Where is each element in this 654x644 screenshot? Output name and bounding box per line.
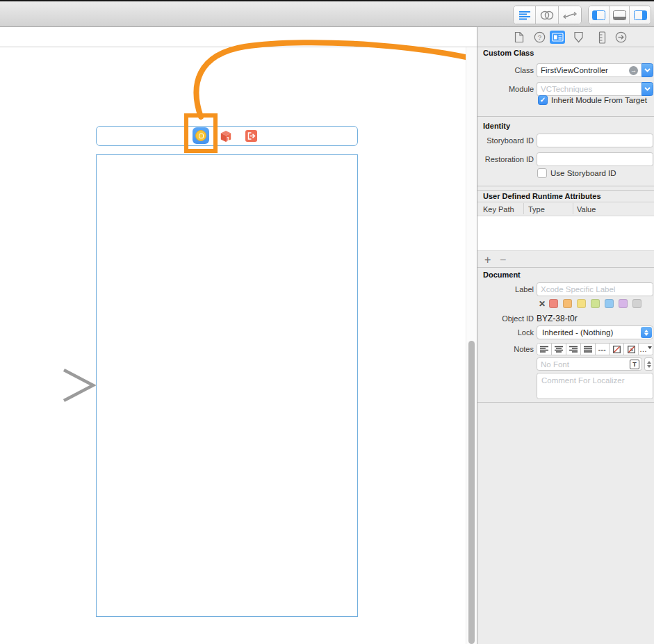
use-storyboard-id-label: Use Storyboard ID [550, 169, 616, 177]
color-swatch[interactable] [577, 299, 586, 308]
assistant-editor-icon [540, 10, 554, 20]
color-swatch[interactable] [563, 299, 572, 308]
svg-text:?: ? [537, 33, 541, 41]
color-swatch[interactable] [632, 299, 641, 308]
class-label: Class [477, 63, 534, 77]
plain-text-button[interactable]: a [624, 344, 639, 355]
runtime-attributes-header: User Defined Runtime Attributes [483, 192, 601, 200]
align-left-icon [540, 346, 548, 353]
tab-file-inspector[interactable] [512, 31, 527, 44]
lock-value: Inherited - (Nothing) [542, 328, 613, 337]
navigator-panel-icon [592, 10, 605, 20]
first-responder-icon[interactable]: 1 [220, 130, 232, 143]
use-storyboard-id-checkbox[interactable] [537, 168, 547, 178]
version-editor-button[interactable] [559, 6, 581, 24]
add-attribute-button[interactable]: + [484, 255, 491, 266]
toggle-navigator-button[interactable] [589, 6, 610, 24]
font-size-stepper[interactable] [644, 357, 653, 371]
font-field[interactable] [537, 357, 642, 371]
section-divider [477, 186, 654, 186]
restoration-id-field[interactable] [537, 152, 653, 166]
section-divider [477, 402, 654, 403]
main-toolbar [0, 0, 654, 27]
exit-icon[interactable] [245, 130, 257, 142]
color-swatch[interactable] [605, 299, 614, 308]
align-center-button[interactable] [552, 344, 566, 355]
remove-attribute-button[interactable]: − [500, 255, 506, 266]
column-separator[interactable] [573, 203, 573, 214]
justify-button[interactable] [581, 344, 596, 355]
toggle-inspector-button[interactable] [630, 6, 651, 24]
view-controller-view[interactable] [96, 154, 358, 617]
section-divider [477, 190, 654, 191]
label-color-swatches [549, 299, 646, 309]
section-divider [477, 267, 654, 268]
notes-toolbar: --- a … [537, 343, 653, 355]
justify-icon [584, 346, 592, 353]
inspector-panel-icon [634, 10, 647, 20]
inherit-module-checkbox[interactable]: ✓ [538, 95, 548, 105]
runtime-attributes-table-body[interactable] [477, 216, 654, 251]
connections-arrow-icon [615, 31, 627, 43]
column-separator[interactable] [523, 203, 524, 214]
document-label-field[interactable] [537, 282, 653, 296]
tab-attributes-inspector[interactable] [571, 31, 586, 44]
column-value[interactable]: Value [577, 205, 596, 214]
assistant-editor-button[interactable] [536, 6, 558, 24]
module-field[interactable] [537, 82, 641, 96]
xcode-window: 1 [0, 0, 654, 644]
custom-class-header: Custom Class [483, 49, 534, 57]
help-icon: ? [534, 31, 546, 43]
clear-color-button[interactable]: ✕ [539, 299, 546, 309]
storyboard-entry-point-arrow[interactable] [21, 366, 101, 405]
svg-text:1: 1 [227, 136, 229, 142]
section-divider [477, 116, 654, 117]
toggle-debug-area-button[interactable] [610, 6, 630, 24]
tab-size-inspector[interactable] [594, 31, 610, 44]
attributes-shield-icon [573, 31, 584, 43]
class-field[interactable] [537, 63, 641, 77]
no-attributes-icon [613, 346, 621, 353]
column-key-path[interactable]: Key Path [483, 205, 514, 214]
restoration-id-label: Restoration ID [477, 152, 534, 166]
storyboard-id-label: Storyboard ID [477, 134, 534, 147]
inspector-tab-bar: ? [477, 27, 654, 47]
more-icon: … [639, 345, 647, 353]
color-swatch[interactable] [591, 299, 600, 308]
more-notes-button[interactable]: … [639, 344, 653, 355]
align-center-icon [555, 346, 563, 353]
color-swatch[interactable] [619, 299, 628, 308]
tab-identity-inspector[interactable] [550, 31, 565, 44]
tab-quick-help-inspector[interactable]: ? [532, 31, 547, 44]
module-dropdown-button[interactable] [641, 82, 653, 96]
no-attributes-button[interactable] [610, 344, 624, 355]
popup-stepper-icon [641, 327, 652, 338]
tab-connections-inspector[interactable] [613, 31, 628, 44]
debug-area-icon [613, 10, 626, 20]
jump-to-class-icon[interactable]: → [629, 66, 638, 75]
module-label: Module [477, 82, 534, 96]
column-type[interactable]: Type [528, 205, 545, 214]
storyboard-id-field[interactable] [537, 134, 653, 147]
standard-editor-button[interactable] [514, 6, 536, 24]
lock-popup[interactable]: Inherited - (Nothing) [537, 325, 653, 339]
ruler-icon [598, 31, 606, 44]
chevron-down-icon [644, 68, 651, 72]
align-right-icon [569, 346, 578, 353]
align-left-button[interactable] [537, 344, 552, 355]
canvas-scrollbar-thumb[interactable] [468, 341, 475, 644]
object-id-value: BYZ-38-t0r [537, 314, 578, 323]
align-right-button[interactable] [566, 344, 581, 355]
font-panel-button[interactable]: T [630, 360, 639, 369]
chevron-down-icon [644, 87, 651, 91]
identity-header: Identity [483, 122, 510, 130]
class-dropdown-button[interactable] [641, 63, 653, 77]
dashes-button[interactable]: --- [596, 344, 610, 355]
color-swatch[interactable] [549, 299, 558, 308]
version-editor-icon [563, 11, 577, 19]
lock-label: Lock [477, 325, 534, 339]
document-header: Document [483, 271, 521, 279]
table-header-divider [477, 202, 654, 202]
localizer-comment-field[interactable] [537, 373, 653, 399]
panel-toggle-segmented-control [588, 6, 651, 24]
